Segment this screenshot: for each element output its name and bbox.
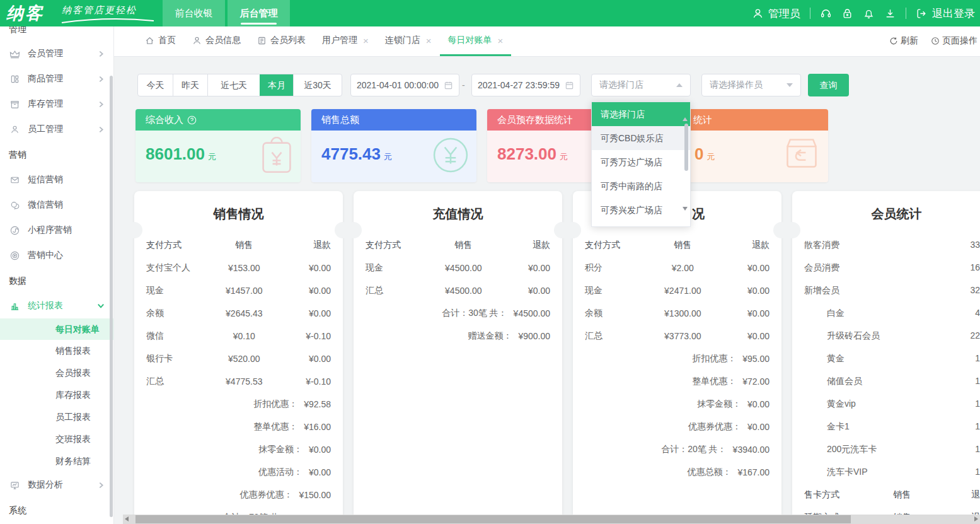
sidebar-subitem-14[interactable]: 库存报表 <box>0 384 113 406</box>
start-date-value: 2021-04-01 00:00:00 <box>357 80 439 90</box>
page-operations-button[interactable]: 页面操作 <box>931 35 977 47</box>
download-icon[interactable] <box>884 8 896 20</box>
store-select[interactable]: 请选择门店 <box>591 74 691 96</box>
logout-button[interactable]: 退出登录 <box>916 6 975 21</box>
dropdown-scroll-up-icon[interactable] <box>683 107 688 118</box>
sidebar-item-0[interactable]: 会员管理 <box>0 41 113 66</box>
range-button-4[interactable]: 近30天 <box>293 74 342 96</box>
cell: ¥1300.00 <box>655 308 710 318</box>
tab-1[interactable]: 会员信息 <box>184 26 249 56</box>
refresh-button[interactable]: 刷新 <box>889 35 918 47</box>
summary-label: 赠送金额： <box>468 330 512 342</box>
lock-icon[interactable] <box>841 8 853 20</box>
headset-icon[interactable] <box>820 8 832 20</box>
summary-label: 抹零金额： <box>258 444 303 455</box>
cell: 支付方式 <box>366 240 435 251</box>
nav-tab-backoffice[interactable]: 后台管理 <box>228 0 290 26</box>
cell: 余额 <box>146 308 216 319</box>
range-button-3[interactable]: 本月 <box>260 74 293 96</box>
summary-row: 整单优惠：¥16.00 <box>134 416 343 438</box>
chevron-right-icon <box>98 50 105 57</box>
stat-card-number: 0 <box>695 144 703 164</box>
table-row: 汇总¥4500.00¥0.00 <box>354 279 562 302</box>
summary-label: 整单优惠： <box>253 421 297 433</box>
scroll-left-arrow-icon[interactable] <box>125 516 129 521</box>
table-header-row: 支付方式销售退款 <box>573 234 781 257</box>
cell: ¥520.00 <box>216 354 272 364</box>
summary-row: 折扣优惠：¥95.00 <box>573 347 781 370</box>
sidebar-item-3[interactable]: 员工管理 <box>0 117 113 142</box>
table-row: 银行卡¥520.00¥0.00 <box>134 347 343 370</box>
range-button-1[interactable]: 昨天 <box>173 74 207 96</box>
sidebar-item-8[interactable]: 营销中心 <box>0 243 113 268</box>
store-option-5[interactable]: 可秀 <box>592 222 690 227</box>
summary-value: ¥150.00 <box>299 490 331 500</box>
tab-0[interactable]: 首页 <box>137 26 184 56</box>
tab-close-icon[interactable]: × <box>426 35 432 46</box>
sidebar-subitem-11[interactable]: 每日对账单 <box>0 318 113 340</box>
stat-row: 金卡11人 <box>792 416 980 438</box>
tab-label: 会员列表 <box>270 35 306 46</box>
tab-5[interactable]: 每日对账单× <box>440 26 512 56</box>
dropdown-scrollbar-thumb[interactable] <box>684 124 688 171</box>
end-date-input[interactable]: 2021-04-27 23:59:59 <box>471 74 580 96</box>
circle-yuan-icon <box>432 137 469 173</box>
sidebar-item-7[interactable]: 小程序营销 <box>0 218 113 243</box>
store-option-1[interactable]: 可秀CBD娱乐店 <box>592 126 690 150</box>
store-dropdown-menu: 请选择门店可秀CBD娱乐店可秀万达广场店可秀中南路的店可秀兴发广场店可秀 <box>591 102 691 227</box>
store-option-3[interactable]: 可秀中南路的店 <box>592 174 690 198</box>
range-button-0[interactable]: 今天 <box>138 74 173 96</box>
top-header-bar: 纳客 纳客管店更轻松 前台收银 后台管理 管理员 <box>0 0 980 26</box>
date-range-separator: - <box>462 74 465 96</box>
sidebar-subitem-16[interactable]: 交班报表 <box>0 428 113 450</box>
sidebar-item-1[interactable]: 商品管理 <box>0 66 113 91</box>
horizontal-scrollbar[interactable] <box>123 515 980 524</box>
app-slogan: 纳客管店更轻松 <box>62 4 137 16</box>
sidebar-subitem-12[interactable]: 销售报表 <box>0 340 113 362</box>
help-icon[interactable] <box>187 115 197 125</box>
sidebar-item-18[interactable]: 数据分析 <box>0 472 113 498</box>
store-option-4[interactable]: 可秀兴发广场店 <box>592 198 690 222</box>
sidebar-item-5[interactable]: 短信营销 <box>0 167 113 192</box>
range-button-2[interactable]: 近七天 <box>207 74 260 96</box>
sidebar-scrollbar[interactable] <box>110 76 113 517</box>
sidebar-item-2[interactable]: 库存管理 <box>0 91 113 117</box>
sidebar-item-10[interactable]: 统计报表 <box>0 293 113 318</box>
store-option-2[interactable]: 可秀万达广场店 <box>592 150 690 174</box>
summary-row: 优惠活动：¥0.00 <box>134 461 343 484</box>
summary-label: 优惠券优惠： <box>688 421 741 433</box>
sidebar-item-label: 营销中心 <box>28 250 63 261</box>
start-date-input[interactable]: 2021-04-01 00:00:00 <box>350 74 459 96</box>
horizontal-scrollbar-thumb[interactable] <box>135 515 851 523</box>
scroll-right-arrow-icon[interactable] <box>974 516 978 521</box>
tab-close-icon[interactable]: × <box>363 35 369 46</box>
current-user[interactable]: 管理员 <box>752 6 800 21</box>
stat-card-number: 4775.43 <box>321 144 381 164</box>
tab-3[interactable]: 用户管理× <box>314 26 377 56</box>
page-operations-icon <box>931 37 940 45</box>
cell: 支付宝个人 <box>146 262 216 274</box>
sidebar-item-6[interactable]: 微信营销 <box>0 192 113 218</box>
sidebar-subitem-15[interactable]: 员工报表 <box>0 406 113 428</box>
tab-2[interactable]: 会员列表 <box>249 26 314 56</box>
stat-label: 黄金 <box>804 353 975 364</box>
end-date-value: 2021-04-27 23:59:59 <box>478 80 560 90</box>
search-button[interactable]: 查询 <box>808 74 849 96</box>
sidebar-subitem-17[interactable]: 财务结算 <box>0 450 113 472</box>
bell-icon[interactable] <box>863 8 875 20</box>
sidebar-subitem-13[interactable]: 会员报表 <box>0 362 113 384</box>
sidebar-section-4: 营销 <box>0 142 113 167</box>
dropdown-scroll-down-icon[interactable] <box>683 211 688 222</box>
panel-notch <box>345 222 362 238</box>
tab-close-icon[interactable]: × <box>498 35 504 46</box>
table-row: 汇总¥4775.53¥-0.10 <box>134 370 343 393</box>
store-option-0[interactable]: 请选择门店 <box>592 102 690 126</box>
nav-tab-frontdesk[interactable]: 前台收银 <box>163 0 225 26</box>
tab-4[interactable]: 连锁门店× <box>377 26 440 56</box>
table-row: 现金¥1457.00¥0.00 <box>134 279 343 302</box>
cell: 退款 <box>272 240 331 251</box>
stat-label: 洗车卡VIP <box>804 467 975 478</box>
cell: 销售 <box>435 240 491 251</box>
cell: 汇总 <box>366 285 435 296</box>
operator-select[interactable]: 请选择操作员 <box>701 74 801 96</box>
